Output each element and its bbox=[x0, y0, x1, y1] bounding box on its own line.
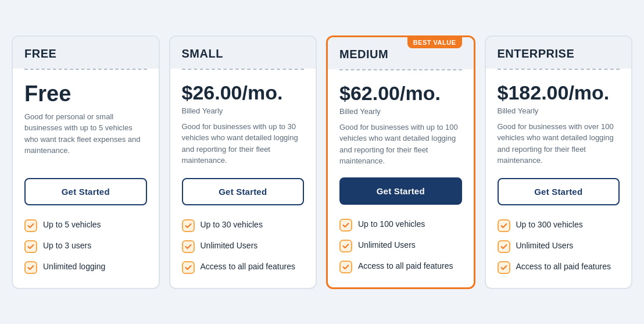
feature-text: Unlimited Users bbox=[516, 240, 574, 251]
feature-list-medium: Up to 100 vehiclesUnlimited UsersAccess … bbox=[339, 219, 462, 273]
plan-card-free: FREEFreeGood for personal or small busin… bbox=[12, 35, 160, 289]
get-started-button-medium[interactable]: Get Started bbox=[339, 177, 462, 205]
feature-item: Up to 30 vehicles bbox=[182, 219, 305, 232]
plan-body-medium: $62.00/mo.Billed YearlyGood for business… bbox=[328, 70, 474, 287]
plan-header-free: FREE bbox=[13, 37, 159, 69]
plan-billed-enterprise: Billed Yearly bbox=[498, 106, 620, 115]
plan-description-medium: Good for businesses with up to 100 vehic… bbox=[339, 122, 462, 167]
plan-billed-small: Billed Yearly bbox=[182, 106, 305, 115]
feature-item: Unlimited Users bbox=[182, 240, 305, 253]
check-icon bbox=[498, 240, 510, 253]
plan-name-free: FREE bbox=[24, 47, 147, 60]
check-icon bbox=[24, 261, 37, 274]
feature-item: Access to all paid features bbox=[339, 261, 462, 273]
feature-list-free: Up to 5 vehiclesUp to 3 usersUnlimited l… bbox=[24, 219, 147, 274]
check-icon bbox=[182, 219, 195, 232]
plan-body-enterprise: $182.00/mo.Billed YearlyGood for busines… bbox=[486, 70, 632, 288]
get-started-button-small[interactable]: Get Started bbox=[182, 178, 305, 205]
feature-text: Unlimited Users bbox=[201, 240, 258, 251]
check-icon bbox=[182, 240, 195, 253]
plan-description-free: Good for personal or small businesses wi… bbox=[24, 111, 147, 168]
feature-text: Up to 5 vehicles bbox=[43, 219, 101, 230]
check-icon bbox=[498, 219, 510, 232]
feature-text: Access to all paid features bbox=[201, 261, 295, 272]
feature-item: Access to all paid features bbox=[182, 261, 305, 274]
feature-item: Unlimited Users bbox=[339, 240, 462, 252]
plan-name-small: SMALL bbox=[182, 47, 305, 60]
plan-price-small: $26.00/mo. bbox=[182, 81, 305, 104]
plan-header-enterprise: ENTERPRISE bbox=[486, 37, 632, 69]
plan-card-small: SMALL$26.00/mo.Billed YearlyGood for bus… bbox=[169, 35, 317, 289]
feature-item: Unlimited logging bbox=[24, 261, 147, 274]
check-icon bbox=[339, 240, 352, 252]
get-started-button-enterprise[interactable]: Get Started bbox=[498, 178, 620, 205]
check-icon bbox=[24, 240, 37, 253]
feature-list-enterprise: Up to 300 vehiclesUnlimited UsersAccess … bbox=[498, 219, 620, 274]
plan-name-enterprise: ENTERPRISE bbox=[498, 47, 620, 60]
feature-item: Up to 100 vehicles bbox=[339, 219, 462, 232]
pricing-container: FREEFreeGood for personal or small busin… bbox=[12, 35, 632, 289]
feature-item: Up to 5 vehicles bbox=[24, 219, 147, 232]
check-icon bbox=[182, 261, 195, 274]
feature-list-small: Up to 30 vehiclesUnlimited UsersAccess t… bbox=[182, 219, 305, 274]
check-icon bbox=[339, 219, 352, 232]
plan-description-small: Good for businesses with up to 30 vehicl… bbox=[182, 121, 305, 168]
check-icon bbox=[24, 219, 37, 232]
plan-card-enterprise: ENTERPRISE$182.00/mo.Billed YearlyGood f… bbox=[485, 35, 633, 289]
plan-description-enterprise: Good for businesses with over 100 vehicl… bbox=[498, 121, 620, 168]
plan-body-free: FreeGood for personal or small businesse… bbox=[13, 70, 159, 288]
plan-body-small: $26.00/mo.Billed YearlyGood for business… bbox=[170, 70, 316, 288]
plan-name-medium: MEDIUM bbox=[339, 48, 462, 61]
feature-text: Up to 100 vehicles bbox=[358, 219, 425, 229]
feature-item: Access to all paid features bbox=[498, 261, 620, 274]
plan-price-enterprise: $182.00/mo. bbox=[498, 81, 620, 104]
feature-item: Unlimited Users bbox=[498, 240, 620, 253]
feature-text: Up to 3 users bbox=[43, 240, 91, 251]
feature-text: Access to all paid features bbox=[358, 261, 453, 271]
best-value-badge: BEST VALUE bbox=[407, 37, 462, 48]
plan-billed-medium: Billed Yearly bbox=[339, 107, 462, 116]
plan-price-free: Free bbox=[24, 81, 147, 106]
check-icon bbox=[498, 261, 510, 274]
plan-price-medium: $62.00/mo. bbox=[339, 82, 462, 105]
feature-text: Unlimited Users bbox=[358, 240, 416, 250]
check-icon bbox=[339, 261, 352, 273]
feature-text: Unlimited logging bbox=[43, 261, 105, 272]
plan-header-small: SMALL bbox=[170, 37, 316, 69]
feature-text: Access to all paid features bbox=[516, 261, 611, 272]
feature-item: Up to 300 vehicles bbox=[498, 219, 620, 232]
feature-text: Up to 300 vehicles bbox=[516, 219, 583, 230]
feature-text: Up to 30 vehicles bbox=[201, 219, 263, 230]
get-started-button-free[interactable]: Get Started bbox=[24, 178, 147, 205]
feature-item: Up to 3 users bbox=[24, 240, 147, 253]
plan-card-medium: BEST VALUEMEDIUM$62.00/mo.Billed YearlyG… bbox=[326, 35, 475, 289]
